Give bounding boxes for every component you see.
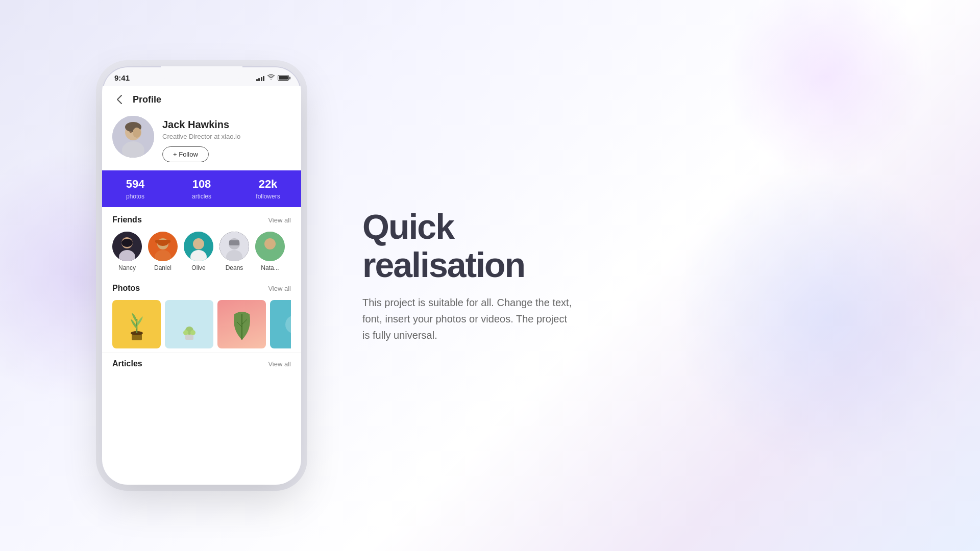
svg-rect-13	[155, 240, 170, 243]
stat-articles: 108 articles	[168, 178, 235, 200]
photos-grid	[112, 300, 291, 348]
status-time: 9:41	[114, 73, 130, 82]
articles-view-all[interactable]: View all	[268, 360, 291, 368]
avatar-container	[112, 116, 154, 158]
friend-name-daniel: Daniel	[154, 264, 172, 271]
phone-container: 9:41	[102, 66, 301, 485]
friends-list: Nancy	[112, 232, 291, 271]
signal-bar-3	[261, 77, 262, 81]
main-title: Quick realisation	[362, 208, 618, 284]
succulent-illustration	[174, 304, 205, 345]
stat-articles-label: articles	[192, 193, 211, 200]
svg-point-4	[133, 128, 141, 138]
signal-icon	[256, 75, 265, 81]
articles-section: Articles View all	[102, 353, 301, 380]
profile-name: Jack Hawkins	[162, 119, 240, 131]
svg-point-30	[183, 330, 188, 335]
phone-mockup: 9:41	[102, 66, 301, 485]
stat-photos-label: photos	[126, 193, 144, 200]
photos-title: Photos	[112, 284, 140, 293]
main-description: This project is suitable for all. Change…	[362, 294, 577, 343]
main-title-line1: Quick	[362, 208, 618, 246]
battery-fill	[279, 76, 288, 80]
plant-illustration	[121, 304, 152, 344]
photo-thumb-1[interactable]	[112, 300, 161, 348]
friends-header: Friends View all	[112, 215, 291, 224]
stat-followers-label: followers	[256, 193, 280, 200]
photos-view-all[interactable]: View all	[268, 285, 291, 292]
list-item: Daniel	[148, 232, 178, 271]
friend-avatar-daniel[interactable]	[148, 232, 178, 261]
profile-role: Creative Director at xiao.io	[162, 133, 240, 140]
stat-followers-value: 22k	[259, 178, 278, 191]
right-panel: Quick realisation This project is suitab…	[362, 208, 618, 343]
friend-avatar-olive[interactable]	[184, 232, 213, 261]
battery-icon	[278, 75, 289, 81]
photos-header: Photos View all	[112, 284, 291, 293]
nav-title: Profile	[133, 94, 161, 105]
friends-view-all[interactable]: View all	[268, 216, 291, 224]
main-layout: 9:41	[0, 0, 980, 551]
avatar	[112, 116, 154, 158]
list-item: Deans	[219, 232, 249, 271]
stat-articles-value: 108	[192, 178, 211, 191]
photo-thumb-3[interactable]	[217, 300, 266, 348]
signal-bar-1	[256, 79, 258, 81]
svg-point-16	[193, 238, 204, 249]
articles-title: Articles	[112, 359, 142, 368]
phone-screen-content: Profile	[102, 86, 301, 485]
stats-bar: 594 photos 108 articles 22k followers	[102, 170, 301, 207]
back-button[interactable]	[112, 92, 127, 107]
svg-point-35	[285, 315, 291, 334]
friend-avatar-nancy[interactable]	[112, 232, 142, 261]
friend-name-deans: Deans	[226, 264, 243, 271]
list-item: Nata...	[255, 232, 285, 271]
nav-bar: Profile	[102, 86, 301, 111]
stat-photos: 594 photos	[102, 178, 168, 200]
friend-avatar-nata[interactable]	[255, 232, 285, 261]
avatar-image	[112, 116, 154, 158]
stat-followers: 22k followers	[235, 178, 301, 200]
svg-point-5	[130, 131, 132, 133]
svg-rect-20	[229, 240, 239, 245]
abstract-illustration	[279, 304, 291, 345]
photo-thumb-4[interactable]	[270, 300, 291, 348]
wifi-icon	[267, 74, 275, 82]
profile-info: Jack Hawkins Creative Director at xiao.i…	[162, 116, 240, 162]
friend-name-nata: Nata...	[261, 264, 279, 271]
svg-point-8	[121, 239, 133, 247]
list-item: Olive	[184, 232, 213, 271]
leaf-illustration	[227, 304, 257, 345]
svg-point-31	[190, 330, 195, 335]
photo-thumb-2[interactable]	[165, 300, 213, 348]
phone-notch	[161, 66, 242, 81]
friends-title: Friends	[112, 215, 142, 224]
svg-point-23	[264, 238, 276, 249]
friends-section: Friends View all	[102, 207, 301, 276]
friend-name-nancy: Nancy	[118, 264, 136, 271]
photos-section: Photos View all	[102, 276, 301, 353]
articles-header: Articles View all	[112, 359, 291, 368]
stat-photos-value: 594	[126, 178, 145, 191]
profile-section: Jack Hawkins Creative Director at xiao.i…	[102, 111, 301, 170]
friend-avatar-deans[interactable]	[219, 232, 249, 261]
signal-bar-2	[258, 78, 260, 81]
main-title-line2: realisation	[362, 246, 618, 284]
follow-button[interactable]: + Follow	[162, 146, 209, 162]
signal-bar-4	[263, 76, 264, 81]
friend-name-olive: Olive	[191, 264, 205, 271]
list-item: Nancy	[112, 232, 142, 271]
status-icons	[256, 74, 289, 82]
